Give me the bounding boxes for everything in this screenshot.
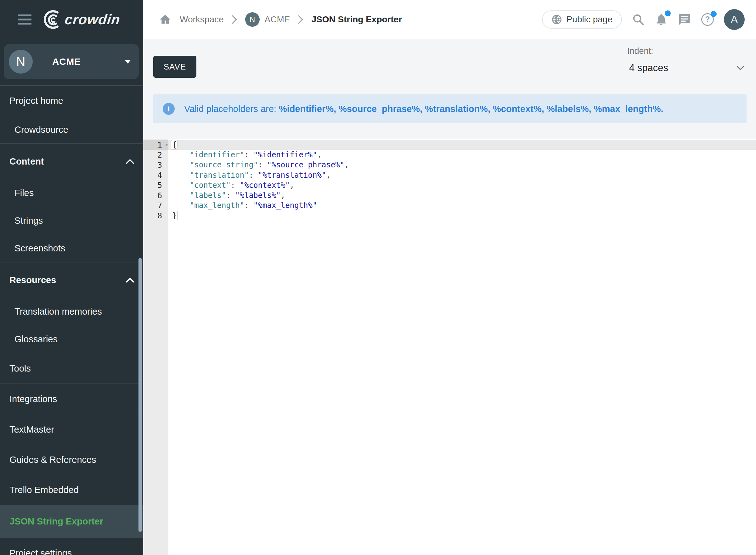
- gutter-line-number[interactable]: 6: [143, 190, 168, 201]
- sidebar-item-textmaster[interactable]: TextMaster: [0, 414, 143, 444]
- sidebar-item-guides-references[interactable]: Guides & References: [0, 444, 143, 475]
- breadcrumb-current-page: JSON String Exporter: [311, 14, 402, 25]
- chevron-up-icon: [126, 159, 134, 164]
- sidebar-item-strings[interactable]: Strings: [0, 207, 143, 234]
- gutter-line-number[interactable]: 2: [143, 150, 168, 160]
- code-line[interactable]: 4 "translation": "%translation%",: [143, 170, 756, 180]
- gutter-line-number[interactable]: 7: [143, 201, 168, 211]
- sidebar-top: crowdin: [0, 0, 143, 39]
- public-page-button[interactable]: Public page: [542, 10, 622, 29]
- project-selector[interactable]: N ACME: [4, 44, 139, 79]
- user-avatar[interactable]: A: [724, 9, 745, 30]
- sidebar: crowdin N ACME Project homeCrowdsourceCo…: [0, 0, 143, 555]
- sidebar-label: Files: [14, 188, 34, 198]
- sidebar-item-glossaries[interactable]: Glossaries: [0, 325, 143, 353]
- gutter-line-number[interactable]: 3: [143, 160, 168, 170]
- project-avatar: N: [9, 50, 33, 74]
- sidebar-item-trello-embedded[interactable]: Trello Embedded: [0, 475, 143, 505]
- notifications-button[interactable]: [655, 12, 668, 27]
- sidebar-label: Integrations: [9, 394, 57, 404]
- sidebar-label: Guides & References: [9, 455, 96, 465]
- info-banner-text: Valid placeholders are: %identifier%, %s…: [184, 104, 664, 114]
- help-dot: [711, 11, 717, 17]
- indent-label: Indent:: [627, 46, 747, 56]
- sidebar-item-crowdsource[interactable]: Crowdsource: [0, 116, 143, 143]
- gutter-line-number[interactable]: 5: [143, 180, 168, 190]
- sidebar-item-project-home[interactable]: Project home: [0, 86, 143, 116]
- breadcrumb-workspace[interactable]: Workspace: [180, 14, 224, 25]
- code-text[interactable]: "translation": "%translation%",: [168, 171, 331, 180]
- notification-dot: [665, 10, 671, 16]
- info-icon: i: [163, 103, 175, 115]
- code-text[interactable]: "max_length": "%max_length%": [168, 201, 317, 210]
- search-icon: [632, 13, 644, 26]
- code-text[interactable]: "labels": "%labels%",: [168, 191, 285, 200]
- help-button[interactable]: ?: [701, 13, 714, 26]
- project-initial-badge: N: [245, 12, 260, 27]
- sidebar-label: Translation memories: [14, 306, 102, 317]
- crowdin-logo-icon: [42, 10, 62, 29]
- code-text[interactable]: {: [168, 140, 177, 149]
- sidebar-item-project-settings[interactable]: Project settings: [0, 538, 143, 555]
- code-text[interactable]: }: [168, 211, 177, 220]
- indent-select[interactable]: 4 spaces: [627, 60, 747, 79]
- code-line[interactable]: 1▾{: [143, 140, 756, 150]
- sidebar-item-tools[interactable]: Tools: [0, 353, 143, 384]
- sidebar-item-screenshots[interactable]: Screenshots: [0, 234, 143, 262]
- home-icon[interactable]: [159, 13, 172, 26]
- sidebar-label: Tools: [9, 364, 31, 374]
- sidebar-item-integrations[interactable]: Integrations: [0, 384, 143, 414]
- code-line[interactable]: 7 "max_length": "%max_length%": [143, 201, 756, 211]
- sidebar-label: Strings: [14, 216, 43, 226]
- caret-down-icon: [125, 60, 131, 63]
- sidebar-label: Project settings: [9, 548, 72, 555]
- sidebar-label: JSON String Exporter: [9, 516, 103, 527]
- chevron-right-icon: [232, 15, 237, 24]
- sidebar-label: Glossaries: [14, 334, 57, 344]
- messages-button[interactable]: [678, 13, 691, 26]
- breadcrumb: Workspace N ACME JSON String Exporter: [143, 12, 402, 27]
- code-text[interactable]: "identifier": "%identifier%",: [168, 151, 322, 159]
- info-banner: i Valid placeholders are: %identifier%, …: [153, 94, 747, 123]
- code-text[interactable]: "context": "%context%",: [168, 181, 294, 190]
- app-window: crowdin N ACME Project homeCrowdsourceCo…: [0, 0, 756, 555]
- sidebar-item-translation-memories[interactable]: Translation memories: [0, 298, 143, 325]
- sidebar-label: Screenshots: [14, 243, 65, 254]
- code-editor[interactable]: 1▾{2 "identifier": "%identifier%",3 "sou…: [143, 139, 756, 555]
- sidebar-scrollbar[interactable]: [138, 258, 142, 532]
- sidebar-label: Resources: [9, 275, 56, 285]
- code-text[interactable]: "source_string": "%source_phrase%",: [168, 161, 349, 169]
- search-button[interactable]: [632, 13, 644, 26]
- gutter-line-number[interactable]: 1▾: [143, 140, 168, 150]
- top-bar-actions: Public page: [542, 9, 756, 30]
- code-line[interactable]: 2 "identifier": "%identifier%",: [143, 150, 756, 160]
- code-line[interactable]: 8}: [143, 211, 756, 220]
- sidebar-label: Crowdsource: [14, 125, 68, 135]
- indent-value: 4 spaces: [629, 62, 668, 74]
- fold-caret-icon[interactable]: ▾: [166, 142, 168, 147]
- sidebar-section-content[interactable]: Content: [0, 144, 143, 179]
- indent-control: Indent: 4 spaces: [627, 46, 747, 79]
- chevron-right-icon: [298, 15, 303, 24]
- chat-icon: [678, 13, 691, 26]
- save-button[interactable]: SAVE: [153, 56, 197, 78]
- editor-lines: 1▾{2 "identifier": "%identifier%",3 "sou…: [143, 139, 756, 221]
- chevron-down-icon: [737, 66, 744, 70]
- gutter-line-number[interactable]: 4: [143, 170, 168, 180]
- gutter-line-number[interactable]: 8: [143, 211, 168, 220]
- code-line[interactable]: 5 "context": "%context%",: [143, 180, 756, 190]
- breadcrumb-project-label: ACME: [265, 14, 290, 25]
- crowdin-wordmark: crowdin: [64, 12, 121, 27]
- sidebar-item-files[interactable]: Files: [0, 179, 143, 207]
- code-line[interactable]: 3 "source_string": "%source_phrase%",: [143, 160, 756, 170]
- project-name: ACME: [52, 56, 125, 67]
- code-line[interactable]: 6 "labels": "%labels%",: [143, 190, 756, 201]
- breadcrumb-project[interactable]: N ACME: [245, 12, 290, 27]
- hamburger-menu-icon[interactable]: [18, 14, 32, 25]
- sidebar-section-resources[interactable]: Resources: [0, 262, 143, 298]
- crowdin-logo[interactable]: crowdin: [42, 10, 120, 29]
- chevron-up-icon: [126, 278, 134, 283]
- main-content: SAVE Indent: 4 spaces i Valid placeholde…: [143, 39, 756, 555]
- sidebar-item-json-string-exporter[interactable]: JSON String Exporter: [0, 505, 143, 538]
- sidebar-label: Project home: [9, 96, 63, 106]
